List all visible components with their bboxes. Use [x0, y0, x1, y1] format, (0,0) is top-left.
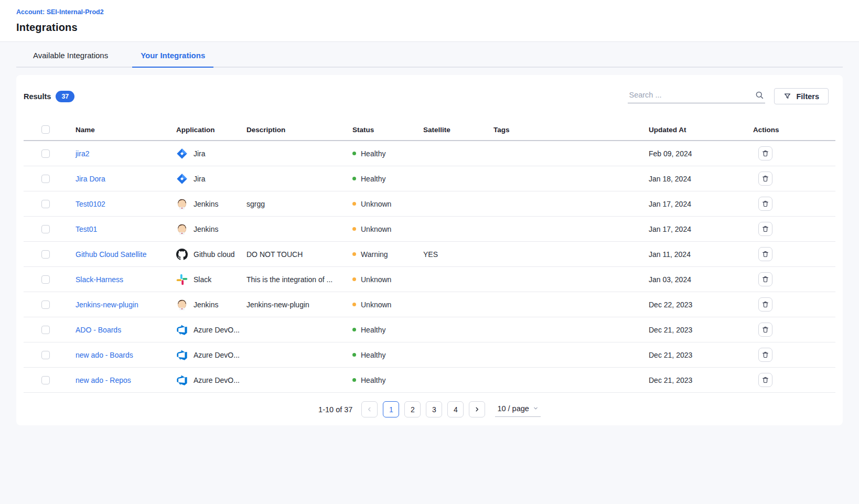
trash-icon [761, 326, 769, 334]
pagination-page-button-1[interactable]: 1 [383, 401, 399, 417]
row-checkbox[interactable] [41, 275, 50, 284]
delete-button[interactable] [758, 197, 772, 211]
updated-at-cell: Jan 11, 2024 [649, 250, 753, 259]
row-checkbox[interactable] [41, 376, 50, 384]
delete-button[interactable] [758, 297, 772, 312]
table-row: new ado - Boards Azure DevO... Healthy D… [24, 342, 835, 368]
description-cell: This is the integration of ... [246, 275, 352, 284]
column-header-satellite: Satellite [423, 126, 493, 134]
app-header: Account: SEI-Internal-Prod2 Integrations [0, 0, 859, 42]
delete-button[interactable] [758, 373, 772, 387]
jira-icon [176, 148, 188, 159]
integrations-table: Name Application Description Status Sate… [24, 119, 835, 393]
row-checkbox[interactable] [41, 351, 50, 359]
app-label: Azure DevO... [194, 326, 240, 334]
column-header-description: Description [246, 126, 352, 134]
account-breadcrumb-link[interactable]: Account: SEI-Internal-Prod2 [16, 8, 104, 16]
tab-available-integrations[interactable]: Available Integrations [25, 51, 116, 68]
integration-name-link[interactable]: Github Cloud Satellite [76, 250, 146, 259]
pagination-page-button-3[interactable]: 3 [426, 401, 442, 417]
trash-icon [761, 275, 769, 283]
status-label: Healthy [361, 175, 385, 183]
pagination-next-button[interactable] [469, 401, 485, 417]
updated-at-cell: Jan 03, 2024 [649, 275, 753, 284]
row-checkbox[interactable] [41, 301, 50, 309]
trash-icon [761, 250, 769, 258]
app-label: Jenkins [194, 301, 218, 309]
app-label: Jira [194, 175, 206, 183]
pagination-page-button-2[interactable]: 2 [404, 401, 421, 417]
status-dot [352, 277, 356, 281]
pagination-prev-button[interactable] [361, 401, 378, 417]
satellite-cell: YES [423, 250, 493, 259]
delete-button[interactable] [758, 146, 772, 160]
delete-button[interactable] [758, 222, 772, 236]
jenkins-icon [176, 198, 188, 210]
chevron-right-icon [474, 406, 480, 413]
tab-your-integrations[interactable]: Your Integrations [132, 51, 213, 68]
integration-name-link[interactable]: jira2 [76, 149, 89, 158]
updated-at-cell: Dec 21, 2023 [649, 351, 753, 359]
delete-button[interactable] [758, 272, 772, 286]
select-all-checkbox[interactable] [41, 125, 50, 134]
pagination-page-button-4[interactable]: 4 [447, 401, 464, 417]
pagination-range-label: 1-10 of 37 [318, 405, 352, 414]
app-label: Azure DevO... [194, 351, 240, 359]
row-checkbox[interactable] [41, 200, 50, 208]
search-box[interactable] [628, 89, 765, 103]
column-header-tags: Tags [493, 126, 649, 134]
status-label: Unknown [361, 225, 391, 233]
column-header-updated-at: Updated At [649, 126, 753, 134]
pagination: 1-10 of 37 1234 10 / page [16, 393, 843, 417]
page-size-select[interactable]: 10 / page [495, 402, 540, 417]
delete-button[interactable] [758, 323, 772, 337]
toolbar: Results 37 Filters [16, 88, 843, 104]
status-badge: Healthy [352, 376, 423, 384]
row-checkbox[interactable] [41, 225, 50, 233]
status-dot [352, 353, 356, 357]
table-row: Github Cloud Satellite Github cloud DO N… [24, 242, 835, 267]
results-count-badge: 37 [56, 91, 74, 102]
table-row: ADO - Boards Azure DevO... Healthy Dec 2… [24, 317, 835, 342]
table-row: Jira Dora Jira Healthy Jan 18, 2024 [24, 166, 835, 191]
trash-icon [761, 149, 769, 157]
column-header-name: Name [76, 126, 176, 134]
delete-button[interactable] [758, 171, 772, 186]
status-badge: Unknown [352, 301, 423, 309]
status-label: Unknown [361, 200, 391, 208]
integration-name-link[interactable]: Test0102 [76, 200, 105, 208]
column-header-actions: Actions [753, 126, 835, 134]
row-checkbox[interactable] [41, 149, 50, 158]
tab-bar: Available Integrations Your Integrations [16, 51, 843, 68]
integration-name-link[interactable]: new ado - Boards [76, 351, 133, 359]
table-row: Test0102 Jenkins sgrgg Unknown Jan 17, 2… [24, 191, 835, 217]
status-badge: Warning [352, 250, 423, 259]
row-checkbox[interactable] [41, 326, 50, 334]
delete-button[interactable] [758, 247, 772, 261]
chevron-down-icon [533, 405, 539, 411]
integration-name-link[interactable]: Test01 [76, 225, 97, 233]
integrations-card: Results 37 Filters Name Application Desc… [16, 75, 843, 425]
status-label: Warning [361, 250, 388, 259]
trash-icon [761, 200, 769, 208]
table-body: jira2 Jira Healthy Feb 09, 2024 Jira Dor… [24, 141, 835, 393]
status-dot [352, 378, 356, 382]
status-badge: Unknown [352, 225, 423, 233]
search-input[interactable] [629, 91, 750, 99]
integration-name-link[interactable]: ADO - Boards [76, 326, 121, 334]
delete-button[interactable] [758, 348, 772, 362]
status-badge: Healthy [352, 175, 423, 183]
integration-name-link[interactable]: new ado - Repos [76, 376, 131, 384]
row-checkbox[interactable] [41, 175, 50, 183]
integration-name-link[interactable]: Jira Dora [76, 175, 105, 183]
status-dot [352, 202, 356, 206]
filters-button[interactable]: Filters [774, 88, 829, 104]
status-badge: Unknown [352, 275, 423, 284]
row-checkbox[interactable] [41, 250, 50, 259]
filter-funnel-icon [783, 92, 791, 100]
integration-name-link[interactable]: Slack-Harness [76, 275, 123, 284]
azure-devops-icon [176, 374, 188, 386]
integration-name-link[interactable]: Jenkins-new-plugin [76, 301, 138, 309]
search-icon [755, 90, 764, 100]
status-label: Unknown [361, 301, 391, 309]
